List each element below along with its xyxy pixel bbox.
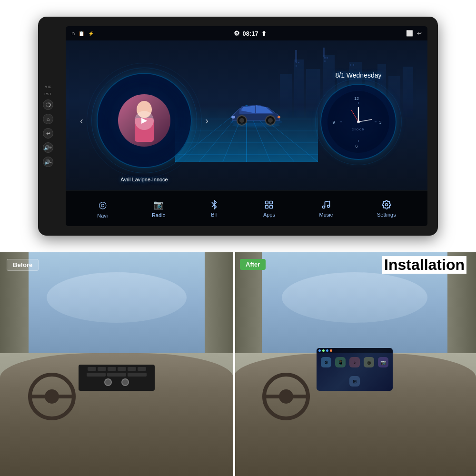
next-track-button[interactable]: › — [205, 115, 208, 126]
navi-icon: ◎ — [99, 199, 107, 210]
nav-item-radio[interactable]: 📷 Radio — [145, 197, 172, 221]
play-button[interactable]: ▶ — [135, 111, 154, 130]
vol-down-button[interactable]: 🔊- — [43, 157, 53, 167]
top-section: MIC RST ⌂ ↩ 🔊+ 🔊- ⌂ 📋 ⚡ ⚙ — [0, 0, 476, 252]
svg-text:clock: clock — [352, 127, 365, 131]
nav-item-navi[interactable]: ◎ Navi — [90, 196, 114, 221]
clock-ring: 12 3 6 9 clock — [320, 84, 397, 160]
status-bar-center: ⚙ 08:17 ⬆ — [97, 30, 403, 37]
window-icon: ⬜ — [406, 30, 413, 37]
svg-point-61 — [327, 205, 329, 207]
svg-point-37 — [239, 118, 244, 123]
bottom-section: Before — [0, 252, 476, 476]
svg-point-41 — [278, 116, 280, 118]
svg-rect-33 — [135, 118, 154, 142]
after-interior: ⚙ 📱 ♪ ◎ 📷 ⊞ — [233, 252, 476, 476]
status-bar: ⌂ 📋 ⚡ ⚙ 08:17 ⬆ ⬜ ↩ — [66, 26, 427, 40]
after-steering-wheel — [262, 373, 310, 420]
music-ring: ▶ — [97, 73, 192, 168]
home-icon: ⌂ — [71, 30, 75, 37]
vol-up-button[interactable]: 🔊+ — [43, 142, 53, 153]
home-button[interactable]: ⌂ — [43, 114, 53, 124]
prev-track-button[interactable]: ‹ — [80, 115, 83, 126]
after-label: After — [240, 259, 266, 270]
clock-face: 12 3 6 9 clock — [327, 91, 389, 153]
svg-text:3: 3 — [379, 120, 381, 125]
date-display: 8/1 Wednesday — [335, 71, 381, 79]
svg-text:6: 6 — [355, 144, 357, 149]
album-art: ▶ — [118, 94, 170, 147]
bt-label: BT — [211, 212, 218, 218]
wifi-icon: ⚡ — [88, 31, 94, 36]
signal-icon: ⬆ — [261, 30, 267, 37]
svg-rect-57 — [270, 201, 273, 204]
status-bar-right: ⬜ ↩ — [406, 30, 422, 37]
apps-nav-icon — [264, 200, 274, 209]
svg-point-51 — [357, 120, 360, 123]
svg-point-42 — [232, 123, 280, 128]
installation-title: Installation — [382, 256, 466, 274]
after-panel: ⚙ 📱 ♪ ◎ 📷 ⊞ After Installation — [233, 252, 476, 476]
song-title: Avril Lavigne-Innoce — [120, 177, 168, 182]
rst-label: RST — [44, 92, 52, 96]
bluetooth-icon: ⚙ — [234, 30, 240, 37]
svg-text:9: 9 — [332, 120, 335, 125]
original-radio — [79, 365, 155, 391]
main-content: ▶ ‹ › Avril Lavigne-Innoce — [66, 40, 427, 190]
svg-text:12: 12 — [354, 96, 359, 101]
svg-line-49 — [358, 119, 372, 122]
nav-item-settings[interactable]: Settings — [370, 197, 403, 220]
settings-nav-icon — [382, 200, 391, 209]
nav-item-apps[interactable]: Apps — [257, 197, 282, 220]
mic-label: MIC — [45, 85, 51, 89]
svg-point-39 — [268, 118, 273, 123]
svg-rect-59 — [270, 205, 273, 208]
car-visual-panel — [223, 40, 289, 190]
settings-label: Settings — [377, 212, 396, 218]
svg-line-50 — [351, 110, 358, 122]
bluetooth-nav-icon — [209, 200, 219, 209]
svg-point-34 — [138, 104, 151, 115]
time-text: 08:17 — [243, 30, 258, 37]
back-nav-icon: ↩ — [417, 30, 422, 37]
back-button[interactable]: ↩ — [43, 128, 53, 139]
music-label: Music — [319, 212, 333, 218]
car-icon — [223, 99, 289, 132]
before-panel: Before — [0, 252, 233, 476]
nav-item-music[interactable]: Music — [313, 197, 340, 220]
installed-stereo: ⚙ 📱 ♪ ◎ 📷 ⊞ — [317, 348, 393, 391]
notification-icon: 📋 — [79, 31, 84, 36]
navi-label: Navi — [97, 213, 108, 218]
svg-point-32 — [137, 101, 152, 118]
clock-panel: 8/1 Wednesday 12 3 6 9 clock — [289, 40, 427, 190]
time-display: ⚙ 08:17 ⬆ — [234, 30, 267, 37]
before-interior — [0, 252, 233, 476]
side-buttons: MIC RST ⌂ ↩ 🔊+ 🔊- — [43, 85, 53, 167]
radio-icon: 📷 — [153, 199, 164, 210]
section-divider — [233, 252, 235, 476]
music-nav-icon — [321, 200, 331, 209]
svg-point-40 — [231, 116, 235, 119]
apps-label: Apps — [263, 212, 275, 218]
pillar-right — [205, 252, 233, 353]
power-button[interactable] — [43, 99, 53, 110]
svg-rect-58 — [266, 205, 268, 208]
before-label: Before — [7, 259, 39, 271]
before-steering-wheel — [28, 373, 76, 420]
music-player-panel: ▶ ‹ › Avril Lavigne-Innoce — [66, 40, 223, 190]
svg-rect-56 — [266, 201, 268, 204]
stereo-unit: MIC RST ⌂ ↩ 🔊+ 🔊- ⌂ 📋 ⚡ ⚙ — [38, 17, 438, 236]
status-bar-left: ⌂ 📋 ⚡ — [71, 30, 94, 37]
radio-label: Radio — [152, 212, 166, 218]
svg-point-60 — [322, 206, 325, 208]
nav-bar: ◎ Navi 📷 Radio BT — [66, 190, 427, 226]
nav-item-bt[interactable]: BT — [203, 197, 226, 220]
screen: ⌂ 📋 ⚡ ⚙ 08:17 ⬆ ⬜ ↩ — [66, 26, 427, 226]
svg-point-62 — [385, 203, 387, 206]
